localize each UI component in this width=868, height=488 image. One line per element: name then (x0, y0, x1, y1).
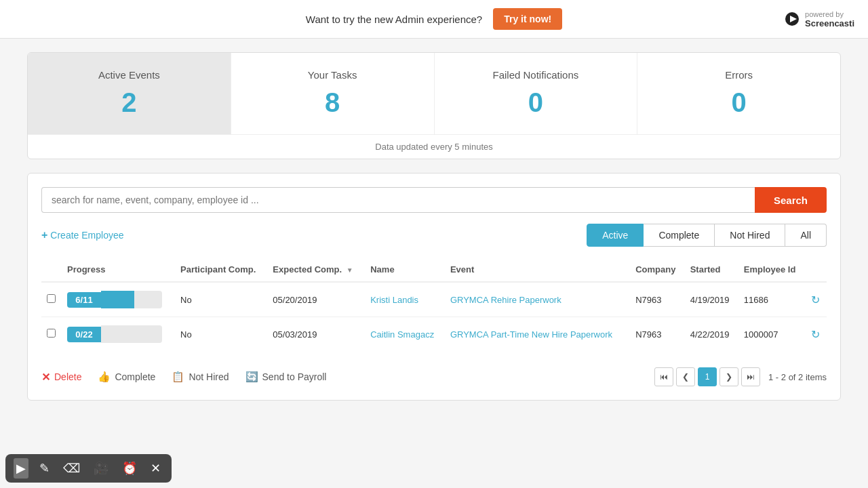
bottom-actions-row: ✕ Delete 👍 Complete 📋 Not Hired 🔄 Send t… (41, 362, 827, 386)
send-payroll-label: Send to Payroll (262, 371, 327, 382)
stat-failed-notifications: Failed Notifications 0 (435, 53, 638, 134)
row-checkbox-cell (41, 317, 62, 352)
table-section: Search + Create Employee Active Complete… (27, 173, 841, 401)
table-row: 0/22 No 05/03/2019 Caitlin Smagacz GRYMC… (41, 317, 827, 352)
company-cell: N7963 (630, 317, 685, 352)
name-cell: Kristi Landis (365, 282, 445, 317)
progress-bar: 6/11 (67, 291, 162, 308)
search-button[interactable]: Search (755, 187, 827, 213)
refresh-icon[interactable]: ↻ (811, 329, 820, 340)
banner-center: Want to try the new Admin experience? Tr… (306, 8, 562, 30)
bottom-left-actions: ✕ Delete 👍 Complete 📋 Not Hired 🔄 Send t… (41, 371, 326, 384)
search-row: Search (41, 187, 827, 213)
event-link[interactable]: GRYMCA Rehire Paperwork (450, 295, 561, 305)
stat-your-tasks: Your Tasks 8 (231, 53, 435, 134)
th-event: Event (445, 258, 630, 282)
try-it-now-button[interactable]: Try it now! (493, 8, 562, 30)
progress-cell: 0/22 (62, 317, 175, 352)
banner-message: Want to try the new Admin experience? (306, 14, 482, 25)
progress-label: 0/22 (67, 327, 101, 342)
stats-row: Active Events 2 Your Tasks 8 Failed Noti… (28, 53, 840, 135)
plus-icon: + (41, 229, 47, 241)
progress-track (101, 291, 162, 308)
filter-not-hired[interactable]: Not Hired (715, 224, 785, 247)
page-1-button[interactable]: 1 (698, 367, 717, 386)
employee-id-cell: 11686 (738, 282, 806, 317)
th-checkbox (41, 258, 62, 282)
filter-complete[interactable]: Complete (644, 224, 715, 247)
delete-label: Delete (54, 371, 81, 382)
stat-errors-value: 0 (651, 87, 827, 118)
stats-card: Active Events 2 Your Tasks 8 Failed Noti… (27, 52, 841, 159)
screencast-logo-icon (785, 12, 800, 26)
progress-label: 6/11 (67, 292, 101, 308)
row-checkbox-cell (41, 282, 62, 317)
create-employee-button[interactable]: + Create Employee (41, 229, 124, 241)
employee-name-link[interactable]: Caitlin Smagacz (370, 329, 434, 340)
stat-failed-value: 0 (448, 87, 624, 118)
started-cell: 4/22/2019 (685, 317, 738, 352)
stat-your-tasks-value: 8 (245, 87, 420, 118)
not-hired-button[interactable]: 📋 Not Hired (172, 371, 229, 384)
filter-active[interactable]: Active (587, 224, 644, 247)
company-cell: N7963 (630, 282, 685, 317)
stat-active-events-value: 2 (41, 87, 217, 118)
progress-cell: 6/11 (62, 282, 175, 317)
table-header-row: Progress Participant Comp. Expected Comp… (41, 258, 827, 282)
brand-name: Screencast‍i (805, 18, 854, 28)
stat-active-events-label: Active Events (41, 69, 217, 81)
expected-comp-cell: 05/20/2019 (267, 282, 365, 317)
send-to-payroll-button[interactable]: 🔄 Send to Payroll (245, 371, 327, 384)
powered-by: powered by Screencast‍i (785, 10, 854, 28)
stat-active-events: Active Events 2 (28, 53, 231, 134)
send-payroll-icon: 🔄 (245, 371, 258, 383)
th-name: Name (365, 258, 445, 282)
employee-name-link[interactable]: Kristi Landis (370, 295, 418, 305)
name-cell: Caitlin Smagacz (365, 317, 445, 352)
row-checkbox[interactable] (47, 294, 56, 303)
th-employee-id: Employee Id (738, 258, 806, 282)
main-content: Active Events 2 Your Tasks 8 Failed Noti… (0, 39, 868, 414)
filter-buttons: Active Complete Not Hired All (587, 224, 827, 247)
th-expected-comp[interactable]: Expected Comp. ▼ (267, 258, 365, 282)
stat-failed-label: Failed Notifications (448, 69, 624, 81)
event-cell: GRYMCA Rehire Paperwork (445, 282, 630, 317)
not-hired-icon: 📋 (172, 371, 184, 383)
participant-comp-cell: No (175, 282, 267, 317)
refresh-cell: ↻ (806, 282, 827, 317)
th-started: Started (685, 258, 738, 282)
event-link[interactable]: GRYMCA Part-Time New Hire Paperwork (450, 329, 612, 340)
next-page-button[interactable]: ❯ (719, 367, 738, 386)
progress-track (101, 325, 162, 343)
delete-button[interactable]: ✕ Delete (41, 371, 81, 384)
th-company: Company (630, 258, 685, 282)
stats-footer: Data updated every 5 minutes (28, 135, 840, 159)
first-page-button[interactable]: ⏮ (654, 367, 673, 386)
data-table: Progress Participant Comp. Expected Comp… (41, 258, 827, 351)
th-actions (806, 258, 827, 282)
create-employee-label: Create Employee (50, 230, 123, 241)
pagination: ⏮ ❮ 1 ❯ ⏭ 1 - 2 of 2 items (654, 367, 827, 386)
complete-label: Complete (115, 371, 155, 382)
not-hired-label: Not Hired (189, 371, 229, 382)
powered-by-label: powered by (805, 10, 854, 18)
stat-your-tasks-label: Your Tasks (245, 69, 420, 81)
stat-errors-label: Errors (651, 69, 827, 81)
row-checkbox[interactable] (47, 329, 56, 338)
stat-errors: Errors 0 (637, 53, 840, 134)
top-banner: Want to try the new Admin experience? Tr… (0, 0, 868, 39)
refresh-icon[interactable]: ↻ (811, 294, 820, 306)
complete-button[interactable]: 👍 Complete (98, 371, 155, 384)
last-page-button[interactable]: ⏭ (741, 367, 760, 386)
th-participant-comp: Participant Comp. (175, 258, 267, 282)
prev-page-button[interactable]: ❮ (676, 367, 695, 386)
complete-icon: 👍 (98, 371, 111, 383)
participant-comp-cell: No (175, 317, 267, 352)
table-row: 6/11 No 05/20/2019 Kristi Landis GRYMCA … (41, 282, 827, 317)
search-input[interactable] (41, 187, 755, 213)
filter-all[interactable]: All (785, 224, 827, 247)
event-cell: GRYMCA Part-Time New Hire Paperwork (445, 317, 630, 352)
refresh-cell: ↻ (806, 317, 827, 352)
expected-comp-cell: 05/03/2019 (267, 317, 365, 352)
progress-bar: 0/22 (67, 325, 162, 343)
